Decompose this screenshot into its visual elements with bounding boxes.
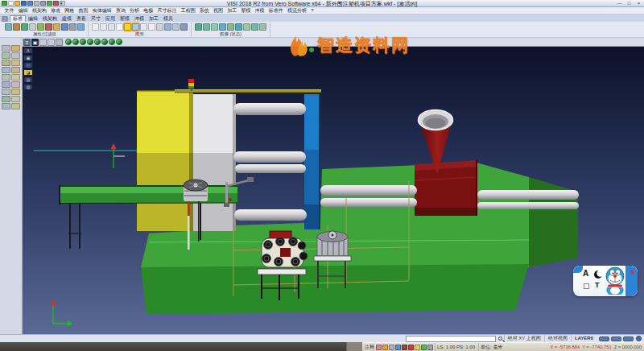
view-orientation-icon[interactable] bbox=[87, 39, 93, 45]
menu-item[interactable]: 模流分析 bbox=[285, 7, 308, 14]
attribute-filter-icon[interactable] bbox=[37, 23, 44, 31]
side-tool-icon[interactable] bbox=[2, 89, 10, 95]
attribute-filter-icon[interactable] bbox=[5, 23, 12, 31]
top-frame-beam[interactable] bbox=[175, 89, 321, 93]
side-tool-icon[interactable] bbox=[2, 45, 10, 52]
attribute-filter-icon[interactable] bbox=[13, 23, 20, 31]
attribute-filter-icon[interactable] bbox=[69, 23, 76, 31]
graphics-tool-icon[interactable] bbox=[180, 23, 188, 31]
attribute-filter-icon[interactable] bbox=[45, 23, 52, 31]
fixed-platen[interactable] bbox=[137, 90, 193, 231]
clock-icon[interactable] bbox=[421, 345, 427, 350]
print-icon[interactable] bbox=[34, 1, 39, 6]
moon-icon[interactable] bbox=[593, 270, 603, 279]
side-tool-icon[interactable] bbox=[11, 45, 20, 52]
graphics-tool-icon[interactable] bbox=[140, 23, 147, 31]
side-tool-icon[interactable] bbox=[11, 67, 20, 73]
body-panel-icon[interactable]: ▣ bbox=[23, 55, 33, 61]
workplane-view-indicator[interactable]: 绝对 XY 上视图 bbox=[504, 335, 544, 342]
side-tool-icon[interactable] bbox=[11, 103, 20, 109]
layer-indicator[interactable]: LAYER0 bbox=[571, 335, 597, 342]
view-panel-icon[interactable]: ◰ bbox=[23, 62, 33, 68]
side-tool-icon[interactable] bbox=[11, 81, 20, 88]
side-tool-icon[interactable] bbox=[2, 52, 10, 59]
view-orientation-icon[interactable] bbox=[116, 39, 122, 45]
search-input[interactable] bbox=[406, 336, 496, 342]
ime-language-indicator[interactable]: A bbox=[583, 269, 588, 278]
menu-item[interactable]: 修改 bbox=[49, 7, 63, 14]
hidden-line-mode-icon[interactable] bbox=[47, 39, 55, 46]
image-state-icon[interactable] bbox=[259, 23, 266, 31]
app-logo-icon[interactable] bbox=[2, 1, 7, 6]
annotation-toggle-icon[interactable] bbox=[376, 345, 382, 350]
graphics-tool-icon[interactable] bbox=[132, 23, 139, 31]
menu-item[interactable]: 系统 bbox=[197, 7, 211, 14]
ime-shape-indicator[interactable]: T bbox=[595, 281, 600, 289]
menu-item[interactable]: 分析 bbox=[128, 7, 142, 14]
menu-item[interactable]: 冲模 bbox=[253, 7, 266, 14]
side-tool-icon[interactable] bbox=[11, 52, 20, 59]
menu-item[interactable]: 电极 bbox=[142, 7, 155, 14]
status-pill[interactable] bbox=[611, 337, 621, 341]
graphics-tool-icon[interactable] bbox=[156, 23, 163, 31]
attribute-filter-icon[interactable] bbox=[53, 23, 60, 31]
ribbon-tab[interactable]: 线架构 bbox=[40, 15, 60, 22]
side-tool-icon[interactable] bbox=[2, 81, 10, 88]
view-orientation-icon[interactable] bbox=[72, 39, 79, 45]
image-state-icon[interactable] bbox=[219, 23, 226, 31]
ribbon-tab[interactable]: 建模 bbox=[60, 15, 74, 22]
side-tool-icon[interactable] bbox=[11, 74, 20, 81]
bulb-icon[interactable] bbox=[415, 345, 420, 350]
graphics-tool-icon[interactable] bbox=[100, 23, 107, 31]
injection-cylinder[interactable] bbox=[320, 185, 417, 196]
ribbon-tab[interactable]: 塑模 bbox=[118, 15, 132, 22]
wireframe-mode-icon[interactable] bbox=[39, 39, 47, 46]
graphics-tool-icon[interactable] bbox=[164, 23, 171, 31]
crosshair-icon[interactable] bbox=[427, 345, 433, 350]
menu-item[interactable]: 塑模 bbox=[239, 7, 253, 14]
graphics-tool-icon[interactable] bbox=[92, 23, 99, 31]
carriage-rod[interactable] bbox=[477, 202, 579, 209]
view-orientation-icon[interactable] bbox=[101, 39, 108, 45]
attribute-filter-icon[interactable] bbox=[61, 23, 68, 31]
attribute-filter-icon[interactable] bbox=[77, 23, 85, 31]
history-panel-icon[interactable]: ▤ bbox=[23, 76, 33, 83]
ribbon-tab[interactable]: 应用 bbox=[103, 15, 118, 22]
mold-plate[interactable] bbox=[304, 94, 320, 229]
view-orientation-icon[interactable] bbox=[94, 39, 101, 45]
injection-unit[interactable] bbox=[415, 160, 477, 216]
menu-item[interactable]: 视图 bbox=[211, 7, 225, 14]
minimize-button[interactable]: — bbox=[616, 0, 623, 6]
image-state-icon[interactable] bbox=[203, 23, 210, 31]
ribbon-tab[interactable]: 冲模 bbox=[132, 15, 147, 22]
menu-item[interactable]: 网格 bbox=[63, 7, 76, 14]
save-all-icon[interactable] bbox=[27, 1, 33, 6]
side-tool-icon[interactable] bbox=[11, 60, 20, 66]
image-state-icon[interactable] bbox=[211, 23, 218, 31]
image-state-icon[interactable] bbox=[227, 23, 234, 31]
ribbon-tab[interactable]: 加工 bbox=[147, 15, 161, 22]
injection-cylinder[interactable] bbox=[320, 198, 417, 207]
viewport-menu-icon[interactable]: ≡ bbox=[23, 39, 31, 46]
menu-item[interactable]: 曲面 bbox=[76, 7, 90, 14]
graphics-tool-icon[interactable] bbox=[124, 23, 131, 31]
status-pill[interactable] bbox=[599, 337, 609, 341]
ribbon-tab[interactable]: 编辑 bbox=[26, 15, 40, 22]
machine-base-front[interactable] bbox=[141, 264, 529, 314]
tie-bars[interactable] bbox=[233, 103, 307, 221]
redo-icon[interactable] bbox=[53, 1, 59, 6]
view-orientation-icon[interactable] bbox=[65, 39, 72, 45]
ribbon-tab[interactable]: 标准 bbox=[10, 15, 26, 22]
side-tool-icon[interactable] bbox=[2, 103, 10, 109]
dynamic-view-icon[interactable] bbox=[56, 39, 63, 46]
image-state-icon[interactable] bbox=[251, 23, 258, 31]
view-orientation-icon[interactable] bbox=[109, 39, 115, 45]
menu-item[interactable]: 尺寸标注 bbox=[155, 7, 179, 14]
close-button[interactable]: × bbox=[635, 0, 642, 6]
open-file-icon[interactable] bbox=[14, 1, 20, 6]
ime-toolbar-widget[interactable]: A T bbox=[573, 266, 638, 296]
operator-icon[interactable] bbox=[395, 345, 401, 350]
attribute-filter-icon[interactable] bbox=[29, 23, 36, 31]
graphics-tool-icon[interactable] bbox=[148, 23, 155, 31]
signal-tower[interactable] bbox=[188, 79, 194, 91]
